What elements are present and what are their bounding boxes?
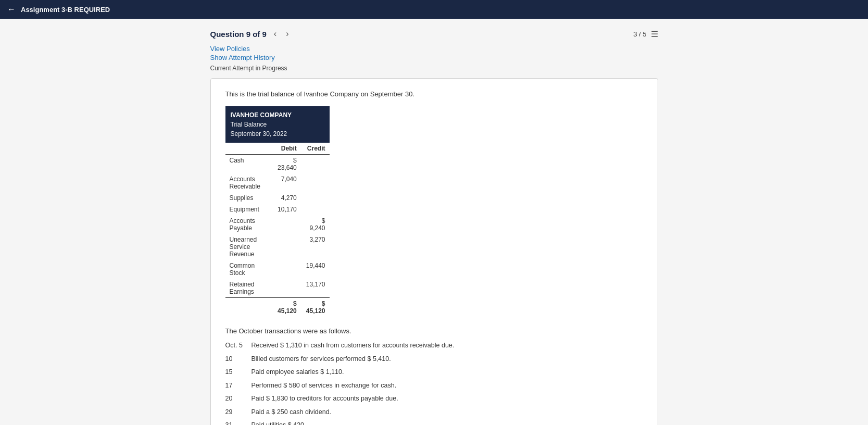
tb-row-debit: 4,270 <box>272 192 301 204</box>
transaction-item: 31 Paid utilities $ 420. <box>225 421 643 425</box>
tb-row-credit: $ 9,240 <box>301 215 330 234</box>
transaction-description: Paid $ 1,830 to creditors for accounts p… <box>251 394 643 404</box>
transaction-item: 10 Billed customers for services perform… <box>225 355 643 364</box>
show-attempt-history-link[interactable]: Show Attempt History <box>210 54 658 61</box>
transaction-date: 10 <box>225 355 251 364</box>
content-wrapper: Question 9 of 9 ‹ › 3 / 5 ☰ View Policie… <box>200 19 669 425</box>
tb-row-credit <box>301 192 330 204</box>
progress-text: 3 / 5 <box>633 30 646 38</box>
trial-balance-container: IVANHOE COMPANY Trial Balance September … <box>225 106 330 317</box>
tb-row-label: Unearned Service Revenue <box>225 234 273 260</box>
tb-row-label: Accounts Receivable <box>225 173 273 192</box>
question-header: Question 9 of 9 ‹ › 3 / 5 ☰ <box>210 28 658 40</box>
transaction-item: 20 Paid $ 1,830 to creditors for account… <box>225 394 643 404</box>
transaction-description: Paid a $ 250 cash dividend. <box>251 408 643 417</box>
question-title: Question 9 of 9 <box>210 30 267 39</box>
tb-row-debit <box>272 215 301 234</box>
tb-row: Retained Earnings 13,170 <box>225 279 330 298</box>
tb-row-debit: $ 23,640 <box>272 155 301 174</box>
tb-row-label: Retained Earnings <box>225 279 273 298</box>
transaction-description: Received $ 1,310 in cash from customers … <box>251 341 643 351</box>
company-name: IVANHOE COMPANY <box>231 110 324 120</box>
total-row: $ 45,120 $ 45,120 <box>225 298 330 317</box>
transaction-description: Performed $ 580 of services in exchange … <box>251 381 643 391</box>
transaction-description: Paid utilities $ 420. <box>251 421 643 425</box>
back-icon[interactable]: ← <box>7 5 16 14</box>
tb-row: Cash $ 23,640 <box>225 155 330 174</box>
tb-row: Accounts Receivable 7,040 <box>225 173 330 192</box>
tb-row-credit: 19,440 <box>301 260 330 279</box>
tb-date: September 30, 2022 <box>231 129 324 139</box>
tb-row-label: Cash <box>225 155 273 174</box>
question-card: This is the trial balance of Ivanhoe Com… <box>210 78 658 425</box>
tb-row-credit: 13,170 <box>301 279 330 298</box>
tb-row-label: Supplies <box>225 192 273 204</box>
list-icon[interactable]: ☰ <box>651 29 658 39</box>
assignment-title: Assignment 3-B REQUIRED <box>21 6 110 14</box>
tb-row-debit <box>272 234 301 260</box>
policy-links: View Policies Show Attempt History <box>210 45 658 61</box>
attempt-status: Current Attempt in Progress <box>210 65 658 72</box>
transaction-date: 29 <box>225 408 251 417</box>
tb-row-debit: 7,040 <box>272 173 301 192</box>
tb-row-label: Equipment <box>225 204 273 215</box>
debit-header: Debit <box>272 143 301 155</box>
transaction-date: 20 <box>225 394 251 404</box>
question-nav: Question 9 of 9 ‹ › <box>210 28 291 40</box>
tb-row-credit: 3,270 <box>301 234 330 260</box>
tb-row-label: Accounts Payable <box>225 215 273 234</box>
transaction-item: Oct. 5 Received $ 1,310 in cash from cus… <box>225 341 643 351</box>
transaction-date: Oct. 5 <box>225 341 251 351</box>
view-policies-link[interactable]: View Policies <box>210 45 658 53</box>
transaction-item: 17 Performed $ 580 of services in exchan… <box>225 381 643 391</box>
total-credit: $ 45,120 <box>301 298 330 317</box>
tb-row-debit <box>272 260 301 279</box>
tb-row-debit <box>272 279 301 298</box>
transaction-date: 15 <box>225 368 251 377</box>
tb-row-credit <box>301 173 330 192</box>
col-label-header <box>225 143 273 155</box>
trial-balance-header: IVANHOE COMPANY Trial Balance September … <box>225 106 330 143</box>
transaction-date: 17 <box>225 381 251 391</box>
transaction-item: 15 Paid employee salaries $ 1,110. <box>225 368 643 377</box>
transaction-date: 31 <box>225 421 251 425</box>
transactions-intro: The October transactions were as follows… <box>225 327 643 335</box>
total-debit: $ 45,120 <box>272 298 301 317</box>
prev-question-button[interactable]: ‹ <box>272 28 279 40</box>
transaction-description: Billed customers for services performed … <box>251 355 643 364</box>
transaction-description: Paid employee salaries $ 1,110. <box>251 368 643 377</box>
tb-row-debit: 10,170 <box>272 204 301 215</box>
question-progress: 3 / 5 ☰ <box>633 29 658 39</box>
tb-row: Supplies 4,270 <box>225 192 330 204</box>
next-question-button[interactable]: › <box>284 28 291 40</box>
tb-row-label: Common Stock <box>225 260 273 279</box>
question-intro-text: This is the trial balance of Ivanhoe Com… <box>225 90 643 98</box>
top-bar: ← Assignment 3-B REQUIRED <box>0 0 868 19</box>
tb-row: Unearned Service Revenue 3,270 <box>225 234 330 260</box>
transaction-item: 29 Paid a $ 250 cash dividend. <box>225 408 643 417</box>
tb-row-credit <box>301 155 330 174</box>
credit-header: Credit <box>301 143 330 155</box>
tb-title: Trial Balance <box>231 120 324 129</box>
tb-row-credit <box>301 204 330 215</box>
trial-balance-table: Debit Credit Cash $ 23,640 Accounts Rece… <box>225 143 330 317</box>
tb-row: Accounts Payable $ 9,240 <box>225 215 330 234</box>
total-label <box>225 298 273 317</box>
transactions-list: Oct. 5 Received $ 1,310 in cash from cus… <box>225 341 643 425</box>
tb-row: Equipment 10,170 <box>225 204 330 215</box>
tb-row: Common Stock 19,440 <box>225 260 330 279</box>
